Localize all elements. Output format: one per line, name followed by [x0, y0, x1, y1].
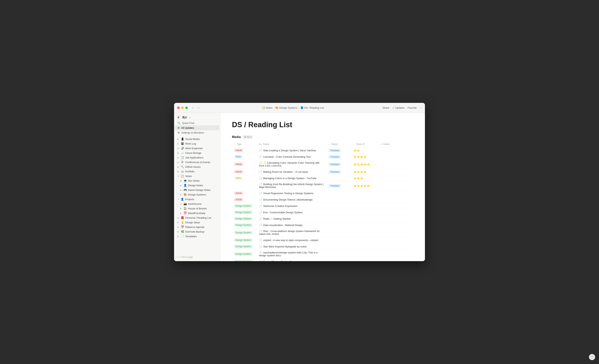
- sidebar-group-notes[interactable]: ▼ 📋 Notes: [175, 174, 220, 178]
- table-row[interactable]: Article📄✨ Calculating Color: Dynamic Col…: [232, 160, 413, 169]
- cell-name[interactable]: 📄Data visualization - Material Design: [257, 222, 326, 228]
- cell-name[interactable]: 📄Side-Loading a Design System | Varun Va…: [257, 147, 326, 154]
- col-header-name[interactable]: Aa Name: [257, 141, 326, 147]
- design-ideas-label: Design Ideas: [185, 221, 217, 224]
- sidebar-item-game-design[interactable]: ▶ 🎮 Game Design Notes: [175, 188, 220, 192]
- sidebar-item-design-ideas[interactable]: ▶ 💡 Design Ideas: [175, 220, 220, 225]
- sidebar-item-design-systems[interactable]: ▶ 🎨 Design Systems: [175, 192, 220, 197]
- close-button[interactable]: [177, 107, 180, 109]
- cell-name[interactable]: 📄xstyled - A new way to style components…: [257, 237, 326, 243]
- sidebar-item-quick-find[interactable]: 🔍 Quick Find: [175, 121, 220, 125]
- table-row[interactable]: Design System📄Starbucks Creative Express…: [232, 203, 413, 209]
- type-tag[interactable]: Article: [234, 170, 243, 174]
- sidebar-item-design-notes[interactable]: ▶ 👤 Design Notes: [175, 183, 220, 188]
- sidebar-item-dev-notes[interactable]: ▶ 💻 Dev Notes: [175, 178, 220, 183]
- cell-name[interactable]: 📄saschadiercks/design-system-with-11ty: …: [257, 250, 326, 258]
- type-tag[interactable]: Design System: [234, 252, 253, 256]
- type-tag[interactable]: Design System: [234, 245, 253, 248]
- table-row[interactable]: Design System📄Radix — Getting Started: [232, 216, 413, 222]
- sidebar-item-all-updates[interactable]: ⊙ All Updates: [175, 125, 220, 130]
- back-button[interactable]: ←: [191, 106, 195, 110]
- table-row[interactable]: Article📄Making Room for Variation – A Li…: [232, 169, 413, 175]
- new-page-button[interactable]: + + New page: [174, 254, 220, 260]
- arrow-icon: ▶: [177, 143, 179, 145]
- cell-name[interactable]: 📄Building (And Re-Building) the Airbnb D…: [257, 181, 326, 190]
- sidebar-item-seshsource[interactable]: ▶ 📸 SeshSource: [175, 202, 220, 206]
- cell-name[interactable]: 📄Visual Regression Testing in Design Sys…: [257, 190, 326, 196]
- sidebar-item-personal-reading[interactable]: ▶ 📕 Personal / Reading List: [175, 215, 220, 220]
- table-row[interactable]: Video📄Managing Colors in a Design System…: [232, 175, 413, 181]
- table-row[interactable]: Article📄Documenting Design Tokens | dban…: [232, 196, 413, 203]
- maximize-button[interactable]: [185, 107, 188, 109]
- cell-name[interactable]: 📄Starbucks Creative Expression: [257, 203, 326, 209]
- type-tag[interactable]: Article: [234, 198, 243, 201]
- updates-button[interactable]: ✓ Updates: [392, 106, 405, 109]
- table-row[interactable]: Design System📄Symbol Design System 2: [232, 258, 413, 261]
- type-tag[interactable]: Design System: [234, 204, 253, 208]
- cell-name[interactable]: 📄Star Wars Imperial Styleguide by nclud: [257, 243, 326, 250]
- breadcrumb-design-systems[interactable]: 🎨 Design Systems: [275, 106, 297, 109]
- cell-author: [379, 203, 413, 209]
- type-tag[interactable]: Design System: [234, 211, 253, 214]
- cell-name[interactable]: 📄Symbol Design System 2: [257, 258, 326, 261]
- sidebar-item-cloud-storage[interactable]: ▶ ☁️ Cloud Storage: [175, 151, 220, 155]
- cell-name[interactable]: 📄Leonardo - Color Contrast Generating To…: [257, 154, 326, 160]
- design-systems-icon: 🎨: [275, 106, 278, 109]
- sidebar-group-projects[interactable]: ▼ 👤 Projects: [175, 197, 220, 202]
- table-row[interactable]: Design System📄Diez - Cross-platform desi…: [232, 228, 413, 237]
- sidebar-item-conferences[interactable]: ▶ 🗓 Conferences & Events: [175, 160, 220, 164]
- sidebar-item-work-expenses[interactable]: ▶ 💸 Work Expenses: [175, 146, 220, 151]
- table-row[interactable]: Article📄Side-Loading a Design System | V…: [232, 147, 413, 154]
- forward-button[interactable]: →: [196, 106, 201, 110]
- table-row[interactable]: Design System📄Star Wars Imperial Stylegu…: [232, 243, 413, 250]
- sidebar-item-rebecca[interactable]: ▶ 📅 Rebecca Agenda: [175, 225, 220, 229]
- table-row[interactable]: Article📄Visual Regression Testing in Des…: [232, 190, 413, 196]
- type-tag[interactable]: Article: [234, 162, 243, 166]
- cell-name[interactable]: 📄Managing Colors in a Design System - Yo…: [257, 175, 326, 181]
- sidebar-item-settings[interactable]: ⚙ Settings & Members: [175, 130, 220, 135]
- type-tag[interactable]: Design System: [234, 223, 253, 227]
- col-header-type[interactable]: ○ Type: [232, 141, 257, 147]
- table-row[interactable]: Design System📄xstyled - A new way to sty…: [232, 237, 413, 243]
- type-tag[interactable]: Article: [234, 191, 243, 195]
- cell-name[interactable]: 📄Radix — Getting Started: [257, 216, 326, 222]
- table-row[interactable]: Design System📄saschadiercks/design-syste…: [232, 250, 413, 258]
- table-row[interactable]: Design System📄Data visualization - Mater…: [232, 222, 413, 228]
- more-button[interactable]: ···: [420, 106, 422, 109]
- cell-name[interactable]: 📄✨ Calculating Color: Dynamic Color Them…: [257, 160, 326, 169]
- sidebar-item-portfolio[interactable]: ▶ 🗂 Portfolio: [175, 169, 220, 174]
- cell-name[interactable]: 📄Making Room for Variation – A List Apar…: [257, 169, 326, 175]
- type-tag[interactable]: Design System: [234, 238, 253, 242]
- type-tag[interactable]: Tools: [234, 155, 242, 159]
- type-tag[interactable]: Article: [234, 149, 243, 152]
- type-tag[interactable]: Design System: [234, 231, 253, 234]
- table-row[interactable]: 📄Building (And Re-Building) the Airbnb D…: [232, 181, 413, 190]
- table-row[interactable]: Tools📄Leonardo - Color Contrast Generati…: [232, 154, 413, 160]
- type-tag[interactable]: Design System: [234, 217, 253, 220]
- sidebar-item-social-media[interactable]: ▶ 📱 Social Media: [175, 137, 220, 141]
- col-header-author[interactable]: ≡ Author: [379, 141, 413, 147]
- sidebar-item-github-issues[interactable]: ▶ 🔧 Github Issues: [175, 164, 220, 169]
- col-header-status[interactable]: ○ Status: [326, 141, 352, 147]
- sidebar-item-evernote[interactable]: ▶ 🌿 Evernote Backup: [175, 229, 220, 234]
- cell-type: Article: [232, 190, 257, 196]
- col-header-score[interactable]: ○ Score /5: [352, 141, 379, 147]
- share-button[interactable]: Share: [382, 106, 389, 109]
- minimize-button[interactable]: [181, 107, 184, 109]
- view-all-button[interactable]: ⊞ All ▾: [243, 135, 253, 139]
- sidebar-item-house-of-brands[interactable]: ▶ 🏠 House of Brands: [175, 206, 220, 211]
- sidebar-item-job-applications[interactable]: ▶ 📋 Job Applications: [175, 155, 220, 160]
- type-tag[interactable]: Video: [234, 176, 243, 180]
- user-profile[interactable]: 🀄 亮介 ∨: [174, 115, 220, 121]
- breadcrumb-notes[interactable]: 📋 Notes: [262, 106, 273, 109]
- type-tag[interactable]: Design System: [234, 260, 253, 261]
- sidebar-item-work-log[interactable]: ▶ 📓 Work Log: [175, 141, 220, 146]
- table-row[interactable]: Design System📄Eva - Customizable Design …: [232, 209, 413, 216]
- cell-name[interactable]: 📄Eva - Customizable Design System: [257, 209, 326, 216]
- favorite-button[interactable]: Favorite: [408, 106, 417, 109]
- breadcrumb-reading-list[interactable]: 📘 DS / Reading List: [300, 106, 324, 109]
- sidebar-item-weedporn[interactable]: ▶ 📅 WeedPornDaily: [175, 211, 220, 215]
- cell-name[interactable]: 📄Diez - Cross-platform design system fra…: [257, 228, 326, 237]
- cell-name[interactable]: 📄Documenting Design Tokens | dbanksdesig…: [257, 196, 326, 203]
- sidebar-item-templates[interactable]: ▶ 📄 Templates: [175, 234, 220, 239]
